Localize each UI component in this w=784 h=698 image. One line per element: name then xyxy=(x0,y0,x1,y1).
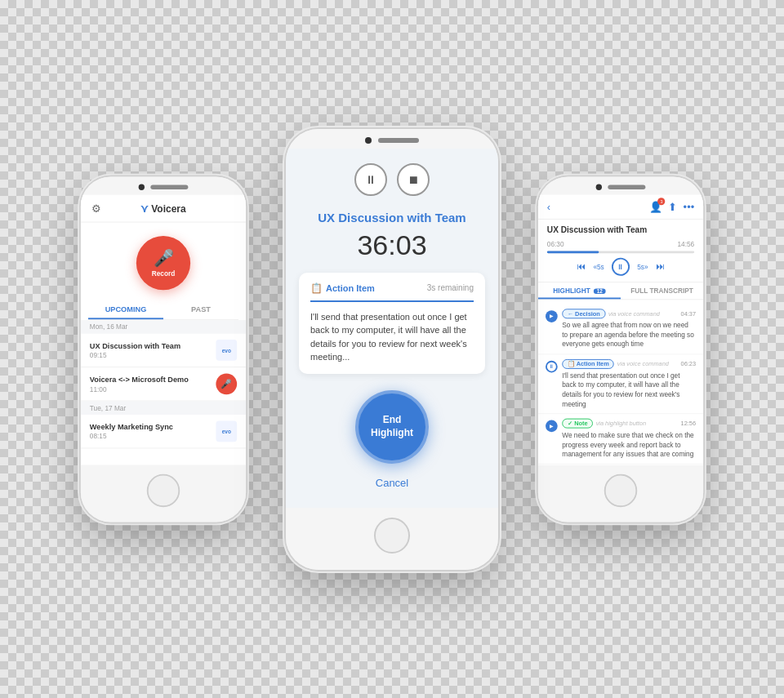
voicera-logo-text: Voicera xyxy=(151,202,185,214)
list-item: ⏸ 📋 Action Item via voice command 06:23 … xyxy=(538,354,703,414)
audio-play-button[interactable]: ⏸ xyxy=(612,257,630,275)
left-phone: ⚙ ⋎ Voicera 🎤 Record UPCOMING PAST xyxy=(81,176,246,522)
speaker xyxy=(608,185,645,189)
timestamp: 06:23 xyxy=(681,360,696,367)
highlight-count-badge: 12 xyxy=(594,288,606,293)
highlight-tab-label: HIGHLIGHT xyxy=(553,287,590,294)
left-header: ⚙ ⋎ Voicera xyxy=(81,194,246,222)
meeting-time: 11:00 xyxy=(90,385,189,392)
list-item[interactable]: UX Discussion with Team 09:15 evo xyxy=(81,333,246,367)
list-item: ▶ ← Decision via voice command 04:37 So … xyxy=(538,304,703,353)
audio-progress-fill xyxy=(547,251,599,253)
skip-forward-icon[interactable]: ⏭ xyxy=(656,261,665,272)
audio-start-time: 06:30 xyxy=(547,240,564,247)
forward-5s[interactable]: 5s» xyxy=(637,263,648,270)
list-item[interactable]: Weekly Marketing Sync 08:15 evo xyxy=(81,415,246,448)
record-button[interactable]: 🎤 Record xyxy=(136,236,190,290)
timestamp: 12:56 xyxy=(681,420,696,426)
more-icon[interactable]: ••• xyxy=(684,200,695,212)
pause-button[interactable]: ⏸ xyxy=(546,360,558,372)
transcript-tab-label: FULL TRANSCRIPT xyxy=(630,287,693,294)
meeting-avatar-mic: 🎤 xyxy=(216,373,237,394)
speaker xyxy=(378,138,419,143)
highlight-body: ✓ Note via highlight button 12:56 We nee… xyxy=(562,418,696,458)
right-header: ‹ 👤 3 ⬆ ••• xyxy=(538,194,703,219)
pause-icon: ⏸ xyxy=(365,173,376,186)
decision-tag: ← Decision xyxy=(562,309,605,318)
audio-end-time: 14:56 xyxy=(677,240,694,247)
tag-row: ← Decision via voice command 04:37 xyxy=(562,309,696,318)
via-text: via highlight button xyxy=(596,420,646,426)
center-phone-bottom xyxy=(286,508,498,570)
left-phone-screen: ⚙ ⋎ Voicera 🎤 Record UPCOMING PAST xyxy=(81,194,246,465)
via-text: via voice command xyxy=(608,310,660,317)
camera xyxy=(596,184,602,189)
stop-icon: ⏹ xyxy=(408,173,419,186)
meeting-title: Voicera <-> Microsoft Demo xyxy=(90,375,189,383)
back-arrow-icon[interactable]: ‹ xyxy=(547,200,550,212)
center-phone-notch xyxy=(286,129,498,149)
header-icons: 👤 3 ⬆ ••• xyxy=(649,200,694,212)
end-highlight-button[interactable]: EndHighlight xyxy=(355,390,429,464)
via-text: via voice command xyxy=(617,360,669,367)
play-button[interactable]: ▶ xyxy=(546,420,558,432)
share-icon[interactable]: ⬆ xyxy=(668,200,677,212)
full-transcript-tab[interactable]: FULL TRANSCRIPT xyxy=(621,282,703,299)
voicera-logo: ⋎ Voicera xyxy=(140,202,185,214)
center-meeting-title: UX Discussion with Team xyxy=(318,211,466,225)
upcoming-tab[interactable]: UPCOMING xyxy=(88,300,163,319)
right-phone-notch xyxy=(538,176,703,194)
home-button[interactable] xyxy=(604,473,637,506)
audio-times: 06:30 14:56 xyxy=(547,240,694,247)
meeting-title: Weekly Marketing Sync xyxy=(90,422,173,430)
audio-progress-bar[interactable] xyxy=(547,251,694,253)
meeting-info: Weekly Marketing Sync 08:15 xyxy=(90,422,173,439)
timer-display: 36:03 xyxy=(357,229,426,261)
highlight-text: I'll send that presentation out once I g… xyxy=(562,371,696,408)
play-button[interactable]: ▶ xyxy=(546,310,558,322)
highlight-tab[interactable]: HIGHLIGHT 12 xyxy=(538,282,621,299)
highlight-text: We need to make sure that we check on th… xyxy=(562,430,696,459)
stop-button[interactable]: ⏹ xyxy=(397,163,430,196)
rewind-5s[interactable]: «5s xyxy=(593,263,604,270)
left-phone-notch xyxy=(81,176,246,194)
meeting-avatar: evo xyxy=(216,340,237,361)
highlight-text: So we all agree that from now on we need… xyxy=(562,321,696,349)
voicera-v-icon: ⋎ xyxy=(140,202,148,214)
meeting-time: 09:15 xyxy=(90,351,180,358)
record-label: Record xyxy=(152,269,176,277)
right-phone-bottom xyxy=(538,465,703,522)
mic-icon: 🎤 xyxy=(154,248,174,268)
right-meeting-title: UX Discussion with Team xyxy=(538,219,703,237)
action-badge: 📋 Action Item xyxy=(310,282,375,294)
action-icon: 📋 xyxy=(310,282,323,294)
camera xyxy=(365,137,372,144)
playback-controls: ⏸ ⏹ xyxy=(354,163,430,196)
center-phone-screen: ⏸ ⏹ UX Discussion with Team 36:03 📋 Acti… xyxy=(286,149,498,508)
center-phone: ⏸ ⏹ UX Discussion with Team 36:03 📋 Acti… xyxy=(286,129,498,570)
meeting-time: 08:15 xyxy=(90,432,173,439)
tag-row: ✓ Note via highlight button 12:56 xyxy=(562,418,696,428)
action-label: Action Item xyxy=(326,283,375,293)
action-card-header: 📋 Action Item 3s remaining xyxy=(310,282,474,302)
list-item[interactable]: Voicera <-> Microsoft Demo 11:00 🎤 xyxy=(81,367,246,401)
action-card: 📋 Action Item 3s remaining I'll send tha… xyxy=(299,273,485,374)
note-tag: ✓ Note xyxy=(562,418,593,428)
meeting-info: Voicera <-> Microsoft Demo 11:00 xyxy=(90,375,189,392)
highlight-body: 📋 Action Item via voice command 06:23 I'… xyxy=(562,358,696,408)
meeting-info: UX Discussion with Team 09:15 xyxy=(90,341,180,358)
meeting-tabs: UPCOMING PAST xyxy=(88,300,238,320)
gear-icon[interactable]: ⚙ xyxy=(91,202,101,214)
pause-button[interactable]: ⏸ xyxy=(354,163,387,196)
cancel-button[interactable]: Cancel xyxy=(376,477,408,489)
home-button[interactable] xyxy=(374,518,410,554)
past-tab[interactable]: PAST xyxy=(163,300,238,319)
action-text: I'll send that presentation out once I g… xyxy=(310,310,474,364)
person-icon[interactable]: 👤 3 xyxy=(649,200,662,212)
home-button[interactable] xyxy=(147,473,180,506)
highlights-list: ▶ ← Decision via voice command 04:37 So … xyxy=(538,300,703,465)
date-divider-2: Tue, 17 Mar xyxy=(81,401,246,415)
audio-player: 06:30 14:56 ⏮ «5s ⏸ 5s» ⏭ xyxy=(538,237,703,282)
remaining-text: 3s remaining xyxy=(427,283,474,292)
skip-back-icon[interactable]: ⏮ xyxy=(577,261,586,272)
